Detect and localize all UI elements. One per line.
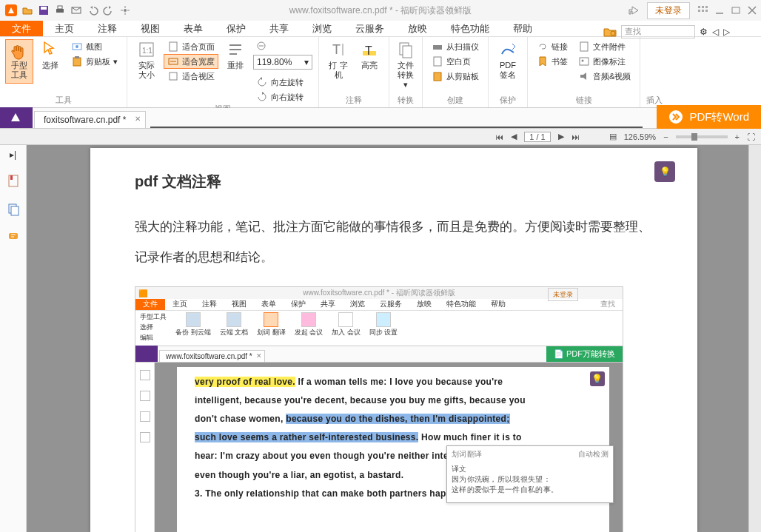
start-tab-icon[interactable] xyxy=(0,107,33,128)
pdf-sign-button[interactable]: PDF 签名 xyxy=(495,40,521,80)
zoom-slider[interactable] xyxy=(676,135,728,138)
zoom-input[interactable]: 119.80%▾ xyxy=(253,55,312,70)
expand-panel-icon[interactable]: ▸| xyxy=(10,149,16,160)
zoom-out-icon[interactable]: − xyxy=(663,132,668,141)
last-page-icon[interactable]: ⏭ xyxy=(571,132,580,141)
print-icon[interactable] xyxy=(53,4,67,17)
svg-rect-35 xyxy=(434,73,441,81)
typewriter-button[interactable]: T打 字机 xyxy=(325,40,352,80)
zoom-out-button[interactable] xyxy=(253,40,312,53)
tab-file[interactable]: 文件 xyxy=(0,21,43,36)
audio-video-button[interactable]: 音频&视频 xyxy=(575,70,634,83)
tab-view[interactable]: 视图 xyxy=(129,21,172,36)
tab-home[interactable]: 主页 xyxy=(43,21,86,36)
svg-rect-12 xyxy=(705,10,708,12)
tab-browse[interactable]: 浏览 xyxy=(301,21,343,36)
gear-icon[interactable]: ⚙ xyxy=(700,27,708,37)
svg-rect-44 xyxy=(9,233,18,239)
zoom-display: 126.59% xyxy=(624,132,656,141)
screenshot-button[interactable]: 截图 xyxy=(68,40,121,53)
view-mode-icon[interactable]: ▤ xyxy=(609,132,617,141)
file-convert-button[interactable]: 文件 转换▾ xyxy=(392,40,419,90)
pages-panel-icon[interactable] xyxy=(7,203,19,216)
share-icon[interactable] xyxy=(628,5,640,16)
search-input[interactable]: 查找 xyxy=(621,25,695,38)
appgrid-icon[interactable] xyxy=(697,5,708,16)
tab-slideshow[interactable]: 放映 xyxy=(396,21,439,36)
tab-feature[interactable]: 特色功能 xyxy=(439,21,501,36)
navigation-bar: ⏮ ◀ 1 / 1 ▶ ⏭ ▤ 126.59% − + ⛶ xyxy=(0,129,761,145)
prev-page-icon[interactable]: ◀ xyxy=(511,132,517,141)
rotate-right-button[interactable]: 向右旋转 xyxy=(253,90,312,104)
from-clipboard-button[interactable]: 从剪贴板 xyxy=(429,70,482,83)
svg-rect-10 xyxy=(698,10,700,12)
svg-rect-3 xyxy=(56,9,64,13)
tab-help[interactable]: 帮助 xyxy=(501,21,544,36)
svg-rect-19 xyxy=(75,56,79,58)
fit-visible-button[interactable]: 适合视区 xyxy=(164,70,218,83)
search-folder-icon[interactable] xyxy=(603,26,617,38)
tab-protect[interactable]: 保护 xyxy=(215,21,258,36)
page-heading: pdf 文档注释 xyxy=(135,172,653,192)
save-icon[interactable] xyxy=(37,4,50,17)
svg-rect-9 xyxy=(705,6,708,8)
svg-rect-4 xyxy=(58,6,62,9)
svg-rect-41 xyxy=(10,175,13,180)
clipboard-button[interactable]: 剪贴板▾ xyxy=(68,55,121,68)
file-attachment-button[interactable]: 文件附件 xyxy=(575,40,634,53)
minimize-icon[interactable] xyxy=(715,6,724,15)
undo-icon[interactable] xyxy=(86,4,99,17)
close-icon[interactable] xyxy=(748,6,757,15)
select-button[interactable]: 选择 xyxy=(37,40,64,70)
maximize-icon[interactable] xyxy=(731,6,740,15)
fullscreen-icon[interactable]: ⛶ xyxy=(747,132,755,141)
next-page-icon[interactable]: ▶ xyxy=(558,132,564,141)
svg-text:1:1: 1:1 xyxy=(142,47,152,55)
tab-share[interactable]: 共享 xyxy=(258,21,301,36)
first-page-icon[interactable]: ⏮ xyxy=(495,132,503,141)
lightbulb-icon[interactable]: 💡 xyxy=(654,161,675,182)
bookmark-panel-icon[interactable] xyxy=(7,175,19,188)
app-logo-icon xyxy=(4,4,18,17)
page-input[interactable]: 1 / 1 xyxy=(524,132,550,142)
image-annotation-button[interactable]: 图像标注 xyxy=(575,55,634,68)
hand-tool-button[interactable]: 手型 工具 xyxy=(6,40,33,83)
redo-icon[interactable] xyxy=(102,4,115,17)
rotate-left-button[interactable]: 向左旋转 xyxy=(253,75,312,89)
zoom-in-icon[interactable]: + xyxy=(735,132,740,141)
ribbon: 手型 工具 选择 截图 剪贴板▾ 工具 1:1实际 大小 适合页面 适合宽度 适… xyxy=(0,37,761,108)
email-icon[interactable] xyxy=(70,4,83,17)
svg-point-38 xyxy=(582,60,584,62)
from-scanner-button[interactable]: 从扫描仪 xyxy=(429,40,482,53)
svg-rect-22 xyxy=(170,42,177,51)
tab-cloud[interactable]: 云服务 xyxy=(343,21,396,36)
scroll-mode-icon[interactable] xyxy=(118,4,132,17)
inner-pdf-convert: 📄 PDF万能转换 xyxy=(546,346,623,362)
reflow-button[interactable]: 重排 xyxy=(222,40,249,70)
svg-rect-43 xyxy=(11,206,19,215)
actual-size-button[interactable]: 1:1实际 大小 xyxy=(133,40,160,80)
search-next-icon[interactable]: ▷ xyxy=(723,27,730,37)
svg-rect-40 xyxy=(9,175,18,186)
open-icon[interactable] xyxy=(21,4,34,17)
fit-width-button[interactable]: 适合宽度 xyxy=(164,55,218,68)
document-tab[interactable]: foxitsoftware.cn.pdf *✕ xyxy=(34,111,146,128)
pdf-to-word-button[interactable]: PDF转Word xyxy=(657,105,761,129)
inner-login: 未登录 xyxy=(548,288,578,301)
fit-page-button[interactable]: 适合页面 xyxy=(164,40,218,53)
svg-rect-11 xyxy=(702,10,704,12)
comments-panel-icon[interactable] xyxy=(7,231,19,243)
document-view[interactable]: 💡 pdf 文档注释 强大的注释功能，笔记、批注方面它能做的事情很多，而且是免费… xyxy=(27,145,761,532)
tab-close-icon[interactable]: ✕ xyxy=(135,115,141,123)
svg-rect-8 xyxy=(702,6,704,8)
blank-page-button[interactable]: 空白页 xyxy=(429,55,482,68)
login-status[interactable]: 未登录 xyxy=(647,2,690,19)
bookmark-button[interactable]: 书签 xyxy=(534,55,571,68)
svg-rect-24 xyxy=(170,73,177,80)
tab-form[interactable]: 表单 xyxy=(172,21,215,36)
link-button[interactable]: 链接 xyxy=(534,40,571,53)
search-prev-icon[interactable]: ◁ xyxy=(712,27,719,37)
window-title: www.foxitsoftware.cn.pdf * - 福昕阅读器领鲜版 xyxy=(289,4,472,17)
highlight-button[interactable]: T高亮 xyxy=(356,40,383,70)
tab-comment[interactable]: 注释 xyxy=(86,21,129,36)
